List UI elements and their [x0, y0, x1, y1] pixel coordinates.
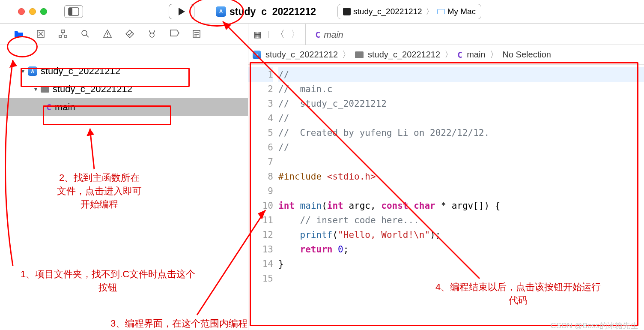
- chevron-right-icon: 〉: [444, 49, 453, 60]
- tree-root[interactable]: ▾ A study_c_20221212: [0, 62, 248, 80]
- minimize-window-button[interactable]: [29, 8, 36, 15]
- xcode-app-icon: A: [253, 51, 261, 59]
- xcode-app-icon: A: [28, 66, 37, 76]
- watermark: CSDN @Boss的冰糖先生: [551, 321, 638, 330]
- c-file-icon: C: [457, 50, 462, 60]
- breakpoint-navigator-icon[interactable]: [170, 29, 180, 39]
- svg-rect-1: [69, 8, 72, 15]
- editor-area: A study_c_20221212 〉 study_c_20221212 〉 …: [248, 45, 644, 330]
- svg-point-19: [149, 30, 150, 31]
- project-navigator-icon[interactable]: [14, 29, 24, 39]
- report-navigator-icon[interactable]: [192, 29, 202, 39]
- scheme-destination-selector[interactable]: study_c_20221212 〉 My Mac: [337, 4, 481, 19]
- crumb-seg-file: main: [467, 50, 485, 60]
- folder-icon: [41, 86, 49, 93]
- tree-file-main[interactable]: C main: [0, 98, 248, 116]
- navigator-selector: [0, 24, 248, 45]
- crumb-seg-folder: study_c_20221212: [368, 50, 440, 60]
- crumb-seg-project: study_c_20221212: [265, 50, 338, 60]
- symbol-navigator-icon[interactable]: [58, 29, 69, 39]
- find-navigator-icon[interactable]: [80, 29, 91, 39]
- svg-marker-15: [126, 30, 134, 38]
- test-navigator-icon[interactable]: [125, 29, 135, 39]
- window-controls: [18, 8, 47, 15]
- c-file-icon: C: [315, 30, 320, 40]
- run-button[interactable]: [169, 4, 194, 19]
- svg-marker-2: [179, 8, 185, 15]
- svg-rect-6: [61, 30, 65, 33]
- project-navigator: ▾ A study_c_20221212 ▾ study_c_20221212 …: [0, 45, 248, 330]
- chevron-right-icon: 〉: [342, 49, 351, 60]
- chevron-down-icon: ▾: [21, 68, 24, 75]
- sidebar-layout-icon: [68, 7, 79, 16]
- laptop-icon: [437, 9, 445, 14]
- crumb-seg-selection: No Selection: [503, 50, 551, 60]
- svg-line-17: [149, 31, 151, 33]
- tree-folder-label: study_c_20221212: [53, 84, 132, 95]
- code-content[interactable]: //// main.c// study_c_20221212//// Creat…: [278, 67, 644, 286]
- tree-root-label: study_c_20221212: [41, 66, 120, 77]
- chevron-right-icon: 〉: [490, 49, 498, 60]
- tree-file-label: main: [55, 102, 75, 113]
- line-gutter: 123456789101112131415: [248, 67, 278, 286]
- chevron-down-icon: ▾: [34, 86, 37, 93]
- editor-tab[interactable]: C main: [305, 24, 353, 45]
- project-title: study_c_20221212: [230, 6, 316, 18]
- terminal-icon: [343, 8, 351, 15]
- svg-point-20: [154, 30, 155, 31]
- forward-button[interactable]: 〉: [291, 28, 300, 41]
- c-file-icon: C: [46, 102, 51, 112]
- back-button[interactable]: 〈: [275, 28, 285, 41]
- svg-line-18: [153, 31, 155, 33]
- svg-point-16: [150, 33, 154, 37]
- svg-line-11: [86, 35, 89, 37]
- xcode-app-icon: A: [216, 6, 226, 17]
- workspace: ▾ A study_c_20221212 ▾ study_c_20221212 …: [0, 45, 644, 330]
- scheme-label: study_c_20221212: [353, 7, 422, 16]
- fullscreen-window-button[interactable]: [40, 8, 47, 15]
- svg-rect-8: [59, 35, 62, 37]
- device-label: My Mac: [447, 7, 476, 16]
- folder-icon: [355, 51, 364, 58]
- issue-navigator-icon[interactable]: [103, 29, 113, 39]
- tree-folder[interactable]: ▾ study_c_20221212: [0, 80, 248, 98]
- subbar: ▦ | 〈 〉 C main: [0, 24, 644, 45]
- code-editor[interactable]: 123456789101112131415 //// main.c// stud…: [248, 65, 644, 286]
- project-indicator: A study_c_20221212: [216, 6, 316, 18]
- titlebar: A study_c_20221212 study_c_20221212 〉 My…: [0, 0, 644, 24]
- related-items-icon[interactable]: ▦: [253, 29, 262, 39]
- breadcrumb[interactable]: A study_c_20221212 〉 study_c_20221212 〉 …: [248, 45, 644, 65]
- tab-filename: main: [324, 30, 343, 40]
- close-window-button[interactable]: [18, 8, 25, 15]
- chevron-right-icon: 〉: [426, 6, 434, 17]
- source-control-navigator-icon[interactable]: [36, 29, 46, 39]
- play-icon: [177, 7, 186, 16]
- svg-point-14: [107, 36, 108, 37]
- editor-tab-bar: ▦ | 〈 〉 C main: [248, 24, 644, 45]
- svg-rect-9: [64, 35, 67, 37]
- debug-navigator-icon[interactable]: [147, 29, 158, 39]
- sidebar-toggle-button[interactable]: [64, 5, 83, 18]
